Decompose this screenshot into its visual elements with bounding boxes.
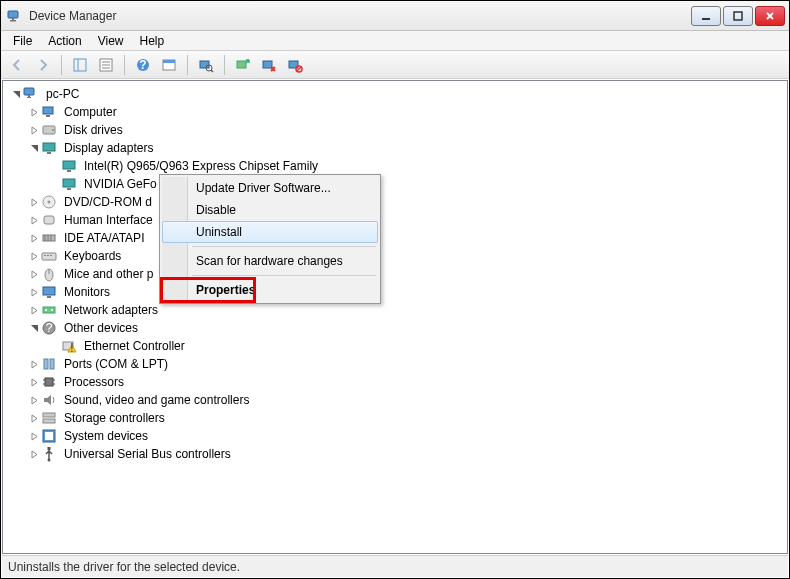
tree-label: Disk drives: [61, 122, 126, 138]
context-menu-item[interactable]: Update Driver Software...: [162, 177, 378, 199]
tree-expander[interactable]: [27, 303, 41, 317]
maximize-button[interactable]: [723, 6, 753, 26]
ide-icon: [41, 230, 57, 246]
tree-expander[interactable]: [27, 393, 41, 407]
tree-item[interactable]: Universal Serial Bus controllers: [5, 445, 785, 463]
tree-item[interactable]: System devices: [5, 427, 785, 445]
tree-item[interactable]: IDE ATA/ATAPI: [5, 229, 785, 247]
svg-point-37: [48, 201, 51, 204]
back-button[interactable]: [5, 53, 29, 77]
tree-label: DVD/CD-ROM d: [61, 194, 155, 210]
scan-hardware-button[interactable]: [194, 53, 218, 77]
tree-expander[interactable]: [27, 195, 41, 209]
title-bar: Device Manager: [1, 1, 789, 31]
tree-item[interactable]: Keyboards: [5, 247, 785, 265]
tree-expander[interactable]: [27, 375, 41, 389]
update-driver-button[interactable]: [231, 53, 255, 77]
disk-icon: [41, 122, 57, 138]
help-button[interactable]: ?: [131, 53, 155, 77]
svg-rect-49: [43, 287, 55, 295]
tree-item[interactable]: Storage controllers: [5, 409, 785, 427]
tree-item[interactable]: Display adapters: [5, 139, 785, 157]
show-hide-tree-button[interactable]: [68, 53, 92, 77]
optical-icon: [41, 194, 57, 210]
svg-rect-34: [63, 179, 75, 187]
menu-file[interactable]: File: [5, 32, 40, 50]
tree-item[interactable]: Mice and other p: [5, 265, 785, 283]
tree-expander[interactable]: [27, 447, 41, 461]
warning-icon: !: [61, 338, 77, 354]
device-tree-pane[interactable]: pc-PCComputerDisk drivesDisplay adapters…: [2, 80, 788, 554]
action-button[interactable]: [157, 53, 181, 77]
tree-expander[interactable]: [9, 87, 23, 101]
status-bar: Uninstalls the driver for the selected d…: [2, 555, 788, 577]
menu-action[interactable]: Action: [40, 32, 89, 50]
svg-rect-46: [50, 255, 52, 256]
tree-label: NVIDIA GeFo: [81, 176, 160, 192]
tree-expander[interactable]: [27, 231, 41, 245]
context-menu-item[interactable]: Scan for hardware changes: [162, 250, 378, 272]
menu-view[interactable]: View: [90, 32, 132, 50]
tree-expander[interactable]: [27, 213, 41, 227]
svg-rect-26: [43, 107, 53, 114]
properties-button[interactable]: [94, 53, 118, 77]
device-manager-icon: [7, 8, 23, 24]
tree-expander[interactable]: [27, 357, 41, 371]
svg-rect-4: [734, 12, 742, 20]
tree-expander[interactable]: [27, 105, 41, 119]
svg-rect-3: [702, 18, 710, 20]
svg-rect-1: [10, 20, 16, 22]
svg-rect-30: [43, 143, 55, 151]
tree-label: Display adapters: [61, 140, 156, 156]
tree-item[interactable]: Monitors: [5, 283, 785, 301]
svg-rect-44: [44, 255, 46, 256]
context-menu-item[interactable]: Disable: [162, 199, 378, 221]
tree-item[interactable]: Ports (COM & LPT): [5, 355, 785, 373]
tree-label: Processors: [61, 374, 127, 390]
svg-rect-59: [50, 359, 54, 369]
system-icon: [41, 428, 57, 444]
minimize-button[interactable]: [691, 6, 721, 26]
context-menu-item[interactable]: Uninstall: [162, 221, 378, 243]
context-menu-separator: [192, 275, 376, 276]
tree-expander[interactable]: [27, 267, 41, 281]
close-button[interactable]: [755, 6, 785, 26]
context-menu: Update Driver Software...DisableUninstal…: [159, 174, 381, 304]
tree-item[interactable]: Human Interface: [5, 211, 785, 229]
tree-item[interactable]: DVD/CD-ROM d: [5, 193, 785, 211]
toolbar: ?: [1, 51, 789, 79]
menu-help[interactable]: Help: [132, 32, 173, 50]
svg-rect-15: [200, 61, 209, 68]
svg-rect-0: [8, 11, 18, 18]
svg-point-53: [51, 309, 53, 311]
tree-expander[interactable]: [27, 249, 41, 263]
ports-icon: [41, 356, 57, 372]
status-text: Uninstalls the driver for the selected d…: [8, 560, 240, 574]
tree-label: Sound, video and game controllers: [61, 392, 252, 408]
tree-expander[interactable]: [27, 123, 41, 137]
tree-item[interactable]: Network adapters: [5, 301, 785, 319]
tree-item[interactable]: Sound, video and game controllers: [5, 391, 785, 409]
svg-rect-14: [163, 60, 175, 63]
tree-expander[interactable]: [27, 141, 41, 155]
tree-item[interactable]: Processors: [5, 373, 785, 391]
disable-button[interactable]: [283, 53, 307, 77]
uninstall-button[interactable]: [257, 53, 281, 77]
tree-item[interactable]: NVIDIA GeFo: [5, 175, 785, 193]
tree-root[interactable]: pc-PC: [5, 85, 785, 103]
tree-expander[interactable]: [27, 411, 41, 425]
tree-label: Other devices: [61, 320, 141, 336]
forward-button[interactable]: [31, 53, 55, 77]
tree-item[interactable]: !Ethernet Controller: [5, 337, 785, 355]
tree-expander[interactable]: [27, 429, 41, 443]
tree-item[interactable]: ?Other devices: [5, 319, 785, 337]
display-icon: [41, 140, 57, 156]
svg-rect-60: [45, 378, 53, 386]
svg-rect-38: [44, 216, 54, 224]
context-menu-item[interactable]: Properties: [162, 279, 378, 301]
tree-item[interactable]: Intel(R) Q965/Q963 Express Chipset Famil…: [5, 157, 785, 175]
tree-item[interactable]: Computer: [5, 103, 785, 121]
tree-item[interactable]: Disk drives: [5, 121, 785, 139]
tree-expander[interactable]: [27, 321, 41, 335]
tree-expander[interactable]: [27, 285, 41, 299]
